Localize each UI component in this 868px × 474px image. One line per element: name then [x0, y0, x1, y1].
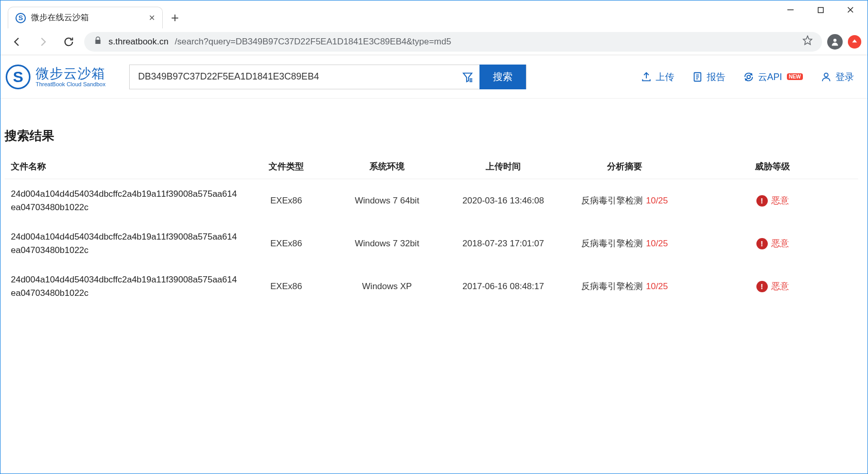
- tab-strip: S 微步在线云沙箱 × +: [1, 1, 776, 28]
- cell-summary: 反病毒引擎检测10/25: [563, 179, 687, 223]
- cell-threat: !恶意: [687, 179, 858, 223]
- brand-name-cn: 微步云沙箱: [36, 66, 105, 81]
- profile-button[interactable]: [827, 34, 843, 50]
- minimize-button[interactable]: [776, 1, 805, 19]
- cell-filename: 24d004a104d4d54034dbcffc2a4b19a11f39008a…: [5, 222, 242, 265]
- cell-uploaded: 2017-06-16 08:48:17: [444, 265, 563, 308]
- cell-env: Windows XP: [330, 265, 444, 308]
- search-input[interactable]: [130, 65, 455, 89]
- results-title: 搜索结果: [5, 128, 858, 144]
- cell-summary: 反病毒引擎检测10/25: [563, 222, 687, 265]
- forward-button[interactable]: [33, 31, 53, 52]
- svg-point-5: [833, 39, 836, 42]
- cell-uploaded: 2018-07-23 17:01:07: [444, 222, 563, 265]
- titlebar: S 微步在线云沙箱 × +: [1, 1, 867, 28]
- bookmark-star-icon[interactable]: [802, 35, 813, 48]
- svg-point-15: [824, 73, 828, 76]
- nav-report[interactable]: 报告: [692, 71, 725, 83]
- svg-rect-1: [818, 7, 823, 12]
- nav-upload[interactable]: 上传: [641, 71, 674, 83]
- tab-title: 微步在线云沙箱: [31, 12, 89, 23]
- lock-icon: [94, 36, 102, 48]
- col-threat: 威胁等级: [687, 154, 858, 179]
- close-tab-icon[interactable]: ×: [149, 12, 155, 24]
- window-controls: [776, 1, 865, 19]
- col-uploaded: 上传时间: [444, 154, 563, 179]
- nav-login-label: 登录: [835, 71, 854, 83]
- header-nav: 上传 报告 云API NEW 登录: [641, 71, 854, 83]
- cell-threat: !恶意: [687, 265, 858, 308]
- threat-label: 恶意: [771, 238, 789, 249]
- page-viewport[interactable]: S 微步云沙箱 ThreatBook Cloud Sandbox 搜索: [1, 55, 867, 473]
- cell-filetype: EXEx86: [242, 179, 330, 223]
- table-row[interactable]: 24d004a104d4d54034dbcffc2a4b19a11f39008a…: [5, 179, 858, 223]
- exclaim-icon: !: [756, 238, 768, 249]
- cell-uploaded: 2020-03-16 13:46:08: [444, 179, 563, 223]
- maximize-button[interactable]: [805, 1, 835, 19]
- url-path: /search?query=DB349B97C37D22F5EA1D1841E3…: [175, 37, 451, 47]
- col-summary: 分析摘要: [563, 154, 687, 179]
- summary-ratio: 10/25: [646, 239, 668, 248]
- results-section: 搜索结果 文件名称 文件类型 系统环境 上传时间 分析摘要 威胁等级: [1, 99, 867, 308]
- svg-point-14: [747, 75, 750, 78]
- nav-cloud-api[interactable]: 云API NEW: [743, 71, 803, 83]
- cell-threat: !恶意: [687, 222, 858, 265]
- summary-label: 反病毒引擎检测: [581, 239, 643, 248]
- cell-filename: 24d004a104d4d54034dbcffc2a4b19a11f39008a…: [5, 179, 242, 223]
- address-input[interactable]: s.threatbook.cn/search?query=DB349B97C37…: [84, 32, 822, 52]
- new-badge: NEW: [787, 73, 803, 80]
- cell-env: Windows 7 32bit: [330, 222, 444, 265]
- nav-login[interactable]: 登录: [820, 71, 854, 83]
- back-button[interactable]: [7, 31, 27, 52]
- search-form: 搜索: [129, 65, 526, 89]
- nav-cloud-api-label: 云API: [758, 71, 782, 83]
- exclaim-icon: !: [756, 195, 768, 207]
- address-bar-row: s.threatbook.cn/search?query=DB349B97C37…: [1, 28, 867, 55]
- cell-summary: 反病毒引擎检测10/25: [563, 265, 687, 308]
- reload-button[interactable]: [58, 31, 79, 52]
- window-frame: S 微步在线云沙箱 × +: [0, 0, 868, 474]
- threat-label: 恶意: [771, 195, 789, 207]
- new-tab-button[interactable]: +: [163, 7, 187, 28]
- browser-tab[interactable]: S 微步在线云沙箱 ×: [8, 7, 163, 28]
- filter-button[interactable]: [455, 65, 480, 89]
- threat-label: 恶意: [771, 280, 789, 292]
- favicon-icon: S: [16, 13, 26, 23]
- col-filename: 文件名称: [5, 154, 242, 179]
- table-row[interactable]: 24d004a104d4d54034dbcffc2a4b19a11f39008a…: [5, 222, 858, 265]
- close-window-button[interactable]: [835, 1, 865, 19]
- table-row[interactable]: 24d004a104d4d54034dbcffc2a4b19a11f39008a…: [5, 265, 858, 308]
- col-filetype: 文件类型: [242, 154, 330, 179]
- extension-badge-icon[interactable]: [848, 35, 861, 49]
- summary-label: 反病毒引擎检测: [581, 196, 643, 206]
- url-host: s.threatbook.cn: [109, 37, 168, 47]
- search-button[interactable]: 搜索: [479, 65, 526, 89]
- table-header-row: 文件名称 文件类型 系统环境 上传时间 分析摘要 威胁等级: [5, 154, 858, 179]
- nav-report-label: 报告: [707, 71, 725, 83]
- site-header: S 微步云沙箱 ThreatBook Cloud Sandbox 搜索: [1, 55, 867, 99]
- svg-marker-4: [803, 36, 812, 45]
- brand-name-en: ThreatBook Cloud Sandbox: [36, 81, 105, 87]
- summary-ratio: 10/25: [646, 281, 668, 291]
- results-table: 文件名称 文件类型 系统环境 上传时间 分析摘要 威胁等级 24d004a104…: [5, 154, 858, 308]
- cell-filetype: EXEx86: [242, 222, 330, 265]
- summary-label: 反病毒引擎检测: [581, 281, 643, 291]
- brand-logo[interactable]: S 微步云沙箱 ThreatBook Cloud Sandbox: [6, 65, 105, 89]
- cell-env: Windows 7 64bit: [330, 179, 444, 223]
- col-env: 系统环境: [330, 154, 444, 179]
- exclaim-icon: !: [756, 281, 768, 292]
- summary-ratio: 10/25: [646, 196, 668, 206]
- cell-filetype: EXEx86: [242, 265, 330, 308]
- brand-logo-icon: S: [6, 65, 30, 89]
- nav-upload-label: 上传: [656, 71, 674, 83]
- cell-filename: 24d004a104d4d54034dbcffc2a4b19a11f39008a…: [5, 265, 242, 308]
